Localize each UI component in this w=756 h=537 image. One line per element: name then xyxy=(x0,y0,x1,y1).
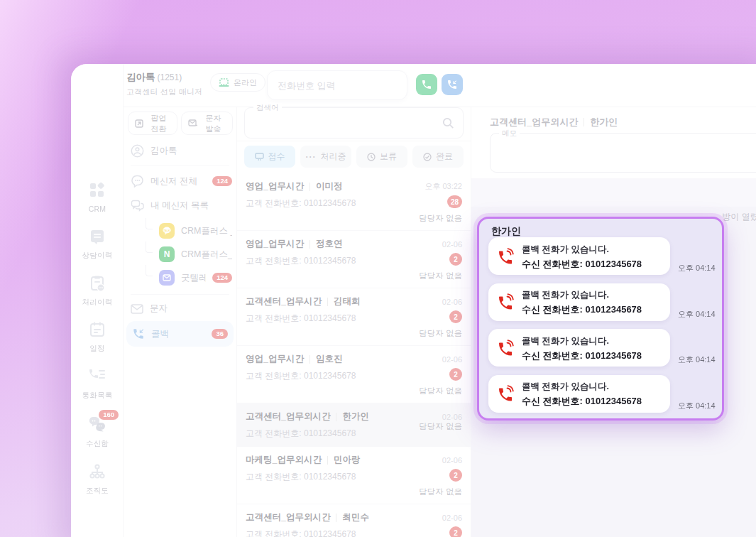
messenger-all-label: 메신저 전체 xyxy=(150,175,206,188)
callback-message-time: 오후 04:14 xyxy=(678,401,723,411)
inbox-chat-icon: 160 xyxy=(87,416,107,433)
search-icon[interactable] xyxy=(442,117,454,129)
my-profile-item[interactable]: 김아톡 xyxy=(131,144,232,158)
sidebar-item-label: 처리이력 xyxy=(71,298,124,308)
sidebar-item-schedule[interactable]: 일정 xyxy=(71,321,124,354)
tab-processing[interactable]: ··· 처리중 xyxy=(300,146,351,168)
tab-received[interactable]: 접수 xyxy=(244,146,295,168)
popup-switch-label: 팝업 전환 xyxy=(147,113,170,134)
call-list-item[interactable]: 고객센터_업무외시간한가인02-06 고객 전화번호: 01012345678담… xyxy=(237,403,471,447)
detail-customer-name: 한가인 xyxy=(590,116,618,129)
sidebar-item-consult-history[interactable]: 상담이력 xyxy=(71,228,124,261)
memo-field[interactable]: 메모 xyxy=(490,133,756,173)
callback-panel-title: 한가인 xyxy=(491,225,521,238)
phone-icon xyxy=(421,79,432,90)
call-list-item[interactable]: 마케팅_업무외시간민아랑02-06 고객 전화번호: 010123456782 … xyxy=(237,447,471,504)
sidebar-item-call-log[interactable]: 통화목록 xyxy=(71,368,124,401)
channel-item-goodtelecom[interactable]: 굿텔레콤 124 xyxy=(139,270,232,286)
search-field: 검색어 xyxy=(244,107,464,139)
outgoing-call-button[interactable] xyxy=(416,74,437,95)
app-window: 김아톡(1251) 고객센터 선임 매니저 온라인 xyxy=(71,64,756,537)
callback-message-time: 오후 04:14 xyxy=(678,354,723,365)
channel-item-naver[interactable]: N CRM플러스_네... xyxy=(139,246,232,262)
search-label: 검색어 xyxy=(253,103,282,113)
process-history-icon xyxy=(89,275,106,292)
tree-connector xyxy=(146,265,153,276)
callback-message-line1: 콜백 전화가 있습니다. xyxy=(522,244,609,254)
callback-count-badge: 36 xyxy=(212,329,228,339)
messenger-panel: 팝업 전환 문자 발송 김아톡 메신저 전체 124 xyxy=(124,107,237,537)
tree-connector xyxy=(146,218,153,229)
call-list-item[interactable]: 영업_업무시간정호연02-06 고객 전화번호: 010123456782 담당… xyxy=(237,231,471,288)
sidebar-item-label: 일정 xyxy=(71,344,124,354)
send-sms-button[interactable]: 문자 발송 xyxy=(181,112,233,135)
callback-red-phone-icon xyxy=(497,385,514,402)
callback-message-card[interactable]: 콜백 전화가 있습니다.수신 전화번호: 01012345678 xyxy=(488,237,670,275)
agent-extension: (1251) xyxy=(158,72,182,82)
callback-label: 콜백 xyxy=(151,328,205,340)
sidebar-item-org-chart[interactable]: 조직도 xyxy=(71,463,124,496)
sidebar-item-crm[interactable]: CRM xyxy=(71,182,124,213)
call-list-item[interactable]: 고객센터_업무시간김태희02-06 고객 전화번호: 010123456782 … xyxy=(237,288,471,346)
tab-hold[interactable]: 보류 xyxy=(356,146,407,168)
main-sidebar: CRM 상담이력 처리이력 일정 xyxy=(71,64,124,537)
tab-label: 접수 xyxy=(268,151,285,163)
agent-role: 고객센터 선임 매니저 xyxy=(126,87,202,97)
call-list-item[interactable]: 영업_업무시간이미정오후 03:22 고객 전화번호: 010123456782… xyxy=(237,173,471,231)
callback-message-card[interactable]: 콜백 전화가 있습니다.수신 전화번호: 01012345678 xyxy=(488,283,670,321)
callback-message-card[interactable]: 콜백 전화가 있습니다.수신 전화번호: 01012345678 xyxy=(488,375,670,413)
phone-incoming-icon xyxy=(447,79,458,90)
call-list-item[interactable]: 고객센터_업무외시간최민수02-06 고객 전화번호: 010123456782… xyxy=(237,504,471,537)
mail-send-icon xyxy=(188,119,197,127)
channel-badge: 124 xyxy=(212,273,232,283)
callback-phone-icon xyxy=(132,327,145,340)
tab-done[interactable]: 완료 xyxy=(412,146,464,168)
my-messenger-list-item[interactable]: 내 메신저 목록 xyxy=(131,200,232,212)
online-status-label: 온라인 xyxy=(234,77,257,88)
sidebar-item-label: 상담이력 xyxy=(71,251,124,261)
consult-history-icon xyxy=(89,228,106,245)
callback-notification-panel: 한가인 콜백 전화가 있습니다.수신 전화번호: 01012345678 오후 … xyxy=(477,217,724,421)
callback-message-card[interactable]: 콜백 전화가 있습니다.수신 전화번호: 01012345678 xyxy=(488,329,670,367)
tab-label: 처리중 xyxy=(321,151,346,163)
callback-item[interactable]: 콜백 36 xyxy=(126,321,234,347)
monitor-icon xyxy=(255,153,264,161)
tree-connector xyxy=(146,242,153,253)
send-sms-label: 문자 발송 xyxy=(201,113,226,134)
sms-item[interactable]: 문자 xyxy=(131,303,232,315)
my-messenger-list-label: 내 메신저 목록 xyxy=(150,200,232,212)
popup-switch-button[interactable]: 팝업 전환 xyxy=(128,112,177,135)
sidebar-item-process-history[interactable]: 처리이력 xyxy=(71,275,124,308)
phone-number-input[interactable] xyxy=(267,70,407,100)
sidebar-item-inbox[interactable]: 160 수신함 xyxy=(71,416,124,449)
sms-label: 문자 xyxy=(150,303,232,315)
talk-channel-icon: TALK xyxy=(159,223,175,239)
inbox-count-badge: 160 xyxy=(99,410,119,420)
detail-group: 고객센터_업무외시간 xyxy=(490,116,578,129)
callback-message-phone: 수신 전화번호: 01012345678 xyxy=(522,303,642,316)
channel-label: 굿텔레콤 xyxy=(181,272,206,284)
callback-red-phone-icon xyxy=(497,340,514,357)
sidebar-item-label: 수신함 xyxy=(71,439,124,449)
tab-label: 보류 xyxy=(380,151,397,163)
online-status-badge[interactable]: 온라인 xyxy=(210,73,265,92)
messenger-all-item[interactable]: 메신저 전체 124 xyxy=(131,175,232,188)
call-list-item[interactable]: 영업_업무시간임호진02-06 고객 전화번호: 010123456782 담당… xyxy=(237,346,471,403)
incoming-call-button[interactable] xyxy=(442,74,463,95)
sidebar-item-label: CRM xyxy=(71,205,124,213)
channel-item-talk[interactable]: TALK CRM플러스 _... xyxy=(139,223,232,239)
messenger-all-badge: 124 xyxy=(212,176,232,186)
crm-grid-icon xyxy=(89,182,106,199)
sidebar-item-label: 조직도 xyxy=(71,486,124,496)
person-circle-icon xyxy=(131,144,144,158)
agent-name: 김아톡 xyxy=(126,72,155,82)
chat-system-message: 방이 열렸습니다. xyxy=(722,211,756,223)
call-list-panel: 검색어 접수 ··· 처리중 보류 xyxy=(237,107,471,537)
callback-message-time: 오후 04:14 xyxy=(678,309,723,320)
callback-message-time: 오후 04:14 xyxy=(678,263,723,273)
status-tabs: 접수 ··· 처리중 보류 완료 xyxy=(244,146,464,168)
callback-message-line1: 콜백 전화가 있습니다. xyxy=(522,336,609,346)
callback-red-phone-icon xyxy=(497,293,514,310)
call-list: 영업_업무시간이미정오후 03:22 고객 전화번호: 010123456782… xyxy=(237,173,471,537)
my-profile-label: 김아톡 xyxy=(150,145,232,157)
